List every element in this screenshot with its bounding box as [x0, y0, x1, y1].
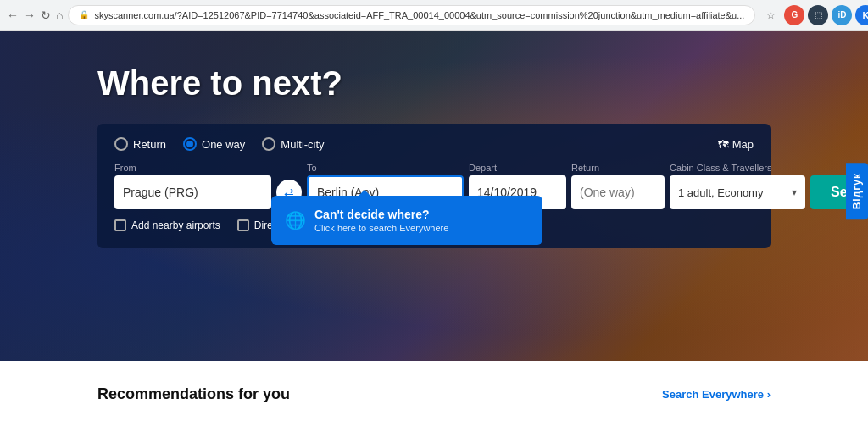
- bookmark-button[interactable]: ☆: [760, 5, 781, 25]
- profile-button[interactable]: K: [855, 5, 868, 25]
- suggestion-arrow: [356, 190, 373, 198]
- cabin-select[interactable]: 1 adult, Economy 1 adult, Premium Econom…: [670, 175, 805, 209]
- one-way-radio[interactable]: [183, 137, 197, 151]
- browser-chrome: ← → ↻ ⌂ 🔒 skyscanner.com.ua/?AID=1251206…: [0, 0, 868, 30]
- return-input[interactable]: [571, 175, 665, 209]
- cabin-wrapper: 1 adult, Economy 1 adult, Premium Econom…: [670, 175, 805, 209]
- map-link[interactable]: 🗺 Map: [718, 138, 754, 151]
- cant-decide-item[interactable]: 🌐 Can't decide where? Click here to sear…: [271, 196, 542, 245]
- feedback-tab[interactable]: Відгук: [846, 163, 868, 219]
- globe-icon: 🌐: [285, 210, 306, 230]
- hero-section: Where to next? Return One way Multi-city…: [0, 30, 868, 361]
- extension-btn-1[interactable]: G: [784, 5, 804, 25]
- home-button[interactable]: ⌂: [56, 5, 63, 25]
- suggestion-dropdown[interactable]: 🌐 Can't decide where? Click here to sear…: [271, 196, 542, 245]
- map-icon: 🗺: [718, 138, 729, 151]
- trip-type-row: Return One way Multi-city 🗺 Map: [114, 137, 754, 151]
- direct-flights-checkbox[interactable]: [237, 219, 249, 231]
- return-label: Return: [571, 163, 665, 173]
- hero-title: Where to next?: [97, 64, 342, 103]
- feedback-tab-label: Відгук: [851, 173, 863, 209]
- map-label: Map: [732, 138, 754, 151]
- address-text: skyscanner.com.ua/?AID=12512067&PID=7714…: [94, 10, 744, 20]
- cant-decide-subtitle: Click here to search Everywhere: [314, 223, 448, 233]
- nearby-airports-option[interactable]: Add nearby airports: [114, 219, 220, 231]
- refresh-button[interactable]: ↻: [41, 5, 51, 25]
- search-everywhere-link[interactable]: Search Everywhere ›: [662, 388, 771, 401]
- cabin-label: Cabin Class & Travellers: [670, 163, 805, 173]
- cant-decide-text: Can't decide where? Click here to search…: [314, 208, 448, 233]
- multi-city-radio[interactable]: [262, 137, 275, 151]
- recommendations-bar: Recommendations for you Search Everywher…: [0, 361, 868, 427]
- recommendations-title: Recommendations for you: [97, 385, 290, 403]
- lock-icon: 🔒: [79, 10, 89, 19]
- return-label: Return: [133, 138, 166, 151]
- multi-city-label: Multi-city: [281, 138, 324, 151]
- from-input[interactable]: [114, 175, 271, 209]
- browser-actions: ☆ G ⬚ iD K ⋮: [760, 5, 868, 25]
- radio-inner: [186, 141, 193, 147]
- extension-btn-3[interactable]: iD: [832, 5, 852, 25]
- return-radio[interactable]: [114, 137, 128, 151]
- nearby-airports-checkbox[interactable]: [114, 219, 126, 231]
- from-field-group: From: [114, 163, 271, 209]
- from-label: From: [114, 163, 271, 173]
- extension-btn-2[interactable]: ⬚: [808, 5, 828, 25]
- one-way-option[interactable]: One way: [183, 137, 245, 151]
- cabin-field-group: Cabin Class & Travellers 1 adult, Econom…: [670, 163, 805, 209]
- to-label: To: [307, 163, 464, 173]
- depart-label: Depart: [469, 163, 566, 173]
- address-bar[interactable]: 🔒 skyscanner.com.ua/?AID=12512067&PID=77…: [68, 5, 755, 25]
- cant-decide-title: Can't decide where?: [314, 208, 448, 221]
- multi-city-option[interactable]: Multi-city: [262, 137, 324, 151]
- search-everywhere-label: Search Everywhere ›: [662, 388, 771, 401]
- one-way-label: One way: [202, 138, 245, 151]
- return-field-group: Return: [571, 163, 665, 209]
- forward-button[interactable]: →: [24, 5, 36, 25]
- return-option[interactable]: Return: [114, 137, 166, 151]
- back-button[interactable]: ←: [7, 5, 19, 25]
- nearby-airports-label: Add nearby airports: [131, 219, 220, 231]
